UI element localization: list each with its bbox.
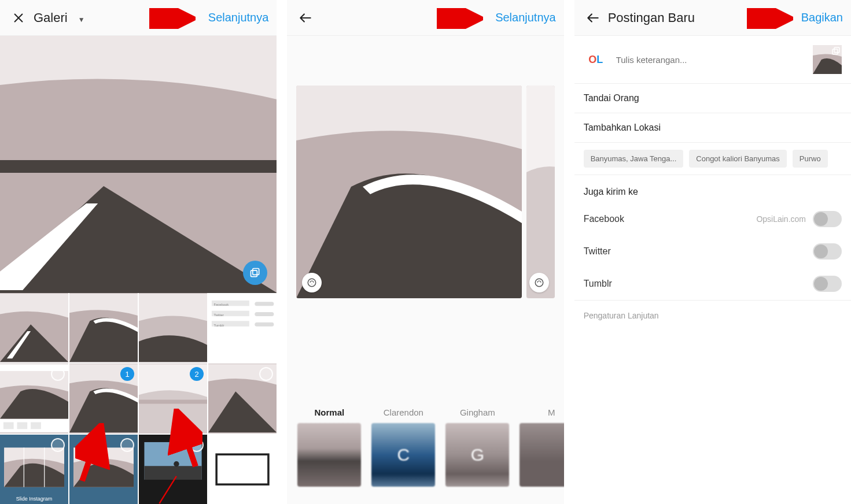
share-toggle[interactable]: [813, 243, 842, 260]
filter-item-normal[interactable]: Normal: [297, 407, 361, 487]
header-3: Postingan Baru Bagikan: [574, 0, 851, 36]
gallery-thumb[interactable]: [69, 435, 138, 504]
share-platform-label: Twitter: [584, 246, 611, 257]
svg-text:Twitter: Twitter: [214, 313, 224, 317]
svg-rect-14: [255, 323, 274, 327]
svg-rect-20: [3, 423, 14, 429]
filter-item-m[interactable]: M: [520, 407, 563, 487]
screen-gallery: Galeri ▼ Selanjutnya FacebookTwitterTumb…: [0, 0, 277, 504]
location-chip[interactable]: Banyumas, Jawa Tenga...: [584, 150, 684, 168]
edit-preview-main[interactable]: [296, 86, 522, 298]
svg-point-35: [174, 461, 179, 466]
share-account-label: OpsiLain.com: [756, 214, 806, 224]
edit-preview-area: [287, 36, 563, 348]
add-location-row[interactable]: Tambahkan Lokasi: [574, 113, 851, 143]
location-chips: Banyumas, Jawa Tenga...Congot kaliori Ba…: [574, 143, 851, 175]
caption-input[interactable]: [616, 55, 805, 65]
select-circle: [190, 438, 204, 452]
location-chip[interactable]: Purwo: [793, 150, 828, 168]
share-platform-label: Facebook: [584, 214, 624, 224]
gallery-thumb-selected[interactable]: 1: [69, 364, 138, 433]
share-toggle[interactable]: [813, 276, 842, 292]
gallery-album-thumb[interactable]: Slide Instagram: [0, 435, 68, 504]
svg-rect-37: [208, 435, 277, 503]
screen-edit: Selanjutnya Normal: [287, 0, 563, 504]
location-chip[interactable]: Congot kaliori Banyumas: [689, 150, 787, 168]
share-body: OL Tandai Orang Tambahkan Lokasi Banyuma…: [574, 36, 851, 504]
share-platform-label: Tumblr: [584, 279, 612, 289]
next-button-1[interactable]: Selanjutnya: [208, 11, 269, 24]
page-title: Postingan Baru: [608, 10, 695, 25]
also-post-label: Juga kirim ke: [574, 175, 851, 203]
select-circle: [51, 438, 65, 452]
svg-rect-12: [255, 302, 274, 306]
screen-share: Postingan Baru Bagikan OL Tandai Orang T…: [574, 0, 851, 504]
share-row-twitter: Twitter: [574, 235, 851, 268]
back-icon[interactable]: [583, 8, 603, 28]
multiple-icon: [832, 47, 840, 55]
tag-people-row[interactable]: Tandai Orang: [574, 84, 851, 113]
filter-label: Gingham: [460, 407, 495, 417]
photo-preview[interactable]: [0, 36, 277, 293]
next-button-2[interactable]: Selanjutnya: [495, 11, 556, 24]
svg-rect-13: [255, 312, 274, 316]
avatar: OL: [584, 47, 608, 72]
advanced-settings-row[interactable]: Pengaturan Lanjutan: [574, 300, 851, 331]
share-row-facebook: FacebookOpsiLain.com: [574, 203, 851, 235]
svg-rect-21: [17, 423, 28, 429]
caption-row: OL: [574, 36, 851, 84]
back-icon[interactable]: [295, 8, 316, 28]
gallery-thumb[interactable]: FacebookTwitterTumblr: [208, 293, 277, 362]
filter-label: Normal: [314, 407, 344, 417]
share-row-tumblr: Tumblr: [574, 268, 851, 300]
close-icon[interactable]: [8, 8, 29, 28]
svg-point-43: [308, 279, 316, 287]
filter-item-clarendon[interactable]: ClarendonC: [371, 407, 435, 487]
header-2: Selanjutnya: [287, 0, 563, 36]
gallery-thumb[interactable]: [208, 364, 277, 433]
gallery-thumb[interactable]: [69, 293, 138, 362]
annotation-arrow: [437, 8, 483, 29]
svg-rect-3: [253, 269, 259, 275]
filter-label: Clarendon: [384, 407, 423, 417]
edit-preview-next[interactable]: [526, 86, 554, 298]
svg-text:Facebook: Facebook: [214, 303, 229, 306]
gallery-dropdown[interactable]: Galeri ▼: [34, 10, 85, 25]
gallery-thumb[interactable]: [139, 435, 207, 504]
svg-point-45: [535, 279, 543, 287]
svg-rect-4: [251, 270, 257, 277]
gallery-grid: FacebookTwitterTumblr 1 2 Slide Instagra…: [0, 293, 277, 504]
share-toggle[interactable]: [813, 211, 842, 227]
share-button[interactable]: Bagikan: [801, 11, 843, 24]
annotation-arrow: [149, 8, 196, 29]
filter-label: M: [548, 407, 555, 417]
album-label: Slide Instagram: [0, 496, 68, 502]
gallery-thumb[interactable]: [208, 435, 277, 504]
svg-rect-49: [832, 49, 838, 54]
svg-text:Tumblr: Tumblr: [214, 324, 224, 327]
annotation-arrow: [747, 8, 793, 29]
svg-rect-25: [139, 400, 207, 404]
gallery-thumb[interactable]: [0, 293, 68, 362]
edit-image-icon[interactable]: [529, 273, 549, 292]
filter-thumb: G: [445, 423, 509, 487]
gallery-thumb-selected[interactable]: 2: [139, 364, 207, 433]
filter-thumb: [297, 423, 361, 487]
filter-thumb: [520, 423, 563, 487]
select-circle: [120, 438, 134, 452]
svg-rect-2: [0, 160, 277, 173]
svg-rect-48: [834, 47, 839, 53]
header-1: Galeri ▼ Selanjutnya: [0, 0, 277, 36]
svg-rect-22: [31, 423, 41, 429]
gallery-thumb[interactable]: [0, 364, 68, 433]
gallery-thumb[interactable]: [139, 293, 207, 362]
filter-thumb: C: [371, 423, 435, 487]
chevron-down-icon: ▼: [78, 16, 85, 24]
post-thumbnail[interactable]: [813, 45, 842, 74]
filter-item-gingham[interactable]: GinghamG: [445, 407, 509, 487]
filter-list[interactable]: NormalClarendonCGinghamGM: [287, 348, 563, 504]
